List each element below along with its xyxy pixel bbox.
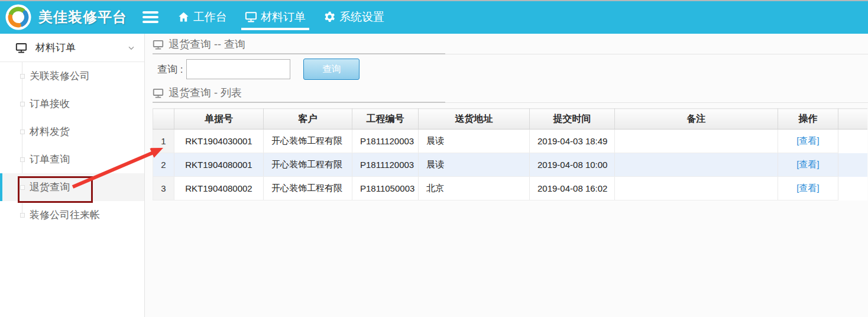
- column-header-order_no: 单据号: [174, 109, 264, 130]
- nav-item-label: 材料订单: [261, 9, 306, 25]
- column-header-remark: 备注: [615, 109, 778, 130]
- sidebar-item-company-accounts[interactable]: 装修公司往来帐: [0, 201, 144, 229]
- monitor-icon: [245, 11, 257, 23]
- return-orders-table: 单据号客户工程编号送货地址提交时间备注操作 1RKT1904030001开心装饰…: [153, 108, 867, 200]
- cell-action: [查看]: [778, 177, 838, 200]
- cell-customer: 开心装饰工程有限: [264, 177, 352, 200]
- column-header-customer: 客户: [264, 109, 352, 130]
- main-content: 退货查询 -- 查询 查询 : 查询 退货查询 - 列表 单据号客户工程编号送货…: [145, 34, 868, 317]
- return-orders-table-wrap: 单据号客户工程编号送货地址提交时间备注操作 1RKT1904030001开心装饰…: [153, 108, 868, 200]
- cell-customer: 开心装饰工程有限: [264, 130, 352, 153]
- column-header-address: 送货地址: [419, 109, 530, 130]
- cell-address: 晨读: [419, 153, 530, 177]
- column-header-trailing: [838, 109, 867, 130]
- search-label: 查询 :: [157, 63, 183, 76]
- view-link[interactable]: [查看]: [796, 183, 819, 193]
- nav-item-label: 工作台: [193, 9, 227, 25]
- sidebar-item-related-companies[interactable]: 关联装修公司: [0, 62, 144, 90]
- table-header-row: 单据号客户工程编号送货地址提交时间备注操作: [153, 109, 867, 130]
- platform-logo-icon: [5, 4, 31, 30]
- column-header-action: 操作: [778, 109, 838, 130]
- cell-index: 1: [153, 130, 174, 153]
- gear-icon: [323, 11, 336, 23]
- sidebar-group-label: 材料订单: [35, 41, 76, 54]
- query-section-header: 退货查询 -- 查询: [153, 35, 868, 53]
- nav-item-workbench[interactable]: 工作台: [177, 0, 227, 34]
- view-link[interactable]: [查看]: [796, 135, 819, 145]
- brand-title: 美佳装修平台: [38, 8, 127, 27]
- cell-action: [查看]: [778, 130, 838, 153]
- cell-remark: [615, 130, 778, 153]
- nav-item-material-order[interactable]: 材料订单: [245, 0, 306, 34]
- sidebar-item-label: 材料发货: [30, 125, 70, 138]
- search-row: 查询 : 查询: [157, 59, 868, 80]
- list-section-title: 退货查询 - 列表: [169, 86, 242, 100]
- cell-submit-time: 2019-04-08 16:02: [530, 177, 615, 200]
- sidebar-item-label: 关联装修公司: [30, 69, 90, 83]
- window-top-edge: [0, 0, 868, 1]
- cell-order-no: RKT1904080002: [174, 177, 264, 200]
- search-button[interactable]: 查询: [303, 59, 359, 80]
- column-header-index: [153, 109, 174, 130]
- cell-trailing: [838, 130, 867, 153]
- cell-index: 2: [153, 153, 174, 177]
- nav-item-label: 系统设置: [339, 9, 384, 25]
- active-nav-underline: [241, 28, 309, 30]
- table-row: 2RKT1904080001开心装饰工程有限P1811120003晨读2019-…: [153, 153, 867, 177]
- cell-trailing: [838, 153, 867, 177]
- search-input[interactable]: [186, 59, 290, 79]
- cell-address: 北京: [419, 177, 530, 200]
- monitor-icon: [153, 88, 164, 99]
- sidebar: 材料订单 关联装修公司订单接收材料发货订单查询退货查询装修公司往来帐: [0, 34, 145, 317]
- cell-submit-time: 2019-04-08 10:00: [530, 153, 615, 177]
- table-body: 1RKT1904030001开心装饰工程有限P1811120003晨读2019-…: [153, 130, 867, 200]
- monitor-icon: [153, 39, 164, 50]
- sidebar-submenu: 关联装修公司订单接收材料发货订单查询退货查询装修公司往来帐: [0, 62, 144, 229]
- cell-address: 晨读: [419, 130, 530, 153]
- sidebar-item-material-shipping[interactable]: 材料发货: [0, 118, 144, 145]
- sidebar-item-label: 订单接收: [30, 97, 70, 111]
- cell-remark: [615, 153, 778, 177]
- list-section-header: 退货查询 - 列表: [153, 84, 868, 102]
- column-header-submit_time: 提交时间: [530, 109, 615, 130]
- cell-project-no: P1811120003: [352, 153, 419, 177]
- table-row: 3RKT1904080002开心装饰工程有限P1811050003北京2019-…: [153, 177, 867, 200]
- cell-remark: [615, 177, 778, 200]
- cell-customer: 开心装饰工程有限: [264, 153, 352, 177]
- cell-project-no: P1811120003: [352, 130, 419, 153]
- cell-order-no: RKT1904030001: [174, 130, 264, 153]
- cell-order-no: RKT1904080001: [174, 153, 264, 177]
- view-link[interactable]: [查看]: [796, 159, 819, 169]
- sidebar-item-order-query[interactable]: 订单查询: [0, 145, 144, 173]
- sidebar-item-order-receive[interactable]: 订单接收: [0, 90, 144, 118]
- section-divider: [153, 102, 868, 103]
- nav-item-system-settings[interactable]: 系统设置: [323, 0, 384, 34]
- section-divider: [153, 53, 868, 54]
- query-section-title: 退货查询 -- 查询: [169, 37, 245, 51]
- monitor-icon: [15, 42, 27, 54]
- chevron-down-icon: [127, 43, 136, 53]
- cell-action: [查看]: [778, 153, 838, 177]
- home-icon: [177, 11, 190, 23]
- sidebar-item-label: 退货查询: [30, 180, 70, 194]
- top-bar: 美佳装修平台 工作台材料订单系统设置: [0, 0, 868, 34]
- sidebar-item-label: 订单查询: [30, 153, 70, 166]
- sidebar-item-return-query[interactable]: 退货查询: [0, 173, 144, 201]
- cell-project-no: P1811050003: [352, 177, 419, 200]
- cell-submit-time: 2019-04-03 18:49: [530, 130, 615, 153]
- top-nav: 工作台材料订单系统设置: [177, 0, 384, 34]
- cell-index: 3: [153, 177, 174, 200]
- menu-toggle-icon[interactable]: [142, 11, 158, 23]
- column-header-project_no: 工程编号: [352, 109, 419, 130]
- sidebar-group-material-order[interactable]: 材料订单: [0, 34, 144, 62]
- cell-trailing: [838, 177, 867, 200]
- table-row: 1RKT1904030001开心装饰工程有限P1811120003晨读2019-…: [153, 130, 867, 153]
- sidebar-item-label: 装修公司往来帐: [30, 208, 100, 222]
